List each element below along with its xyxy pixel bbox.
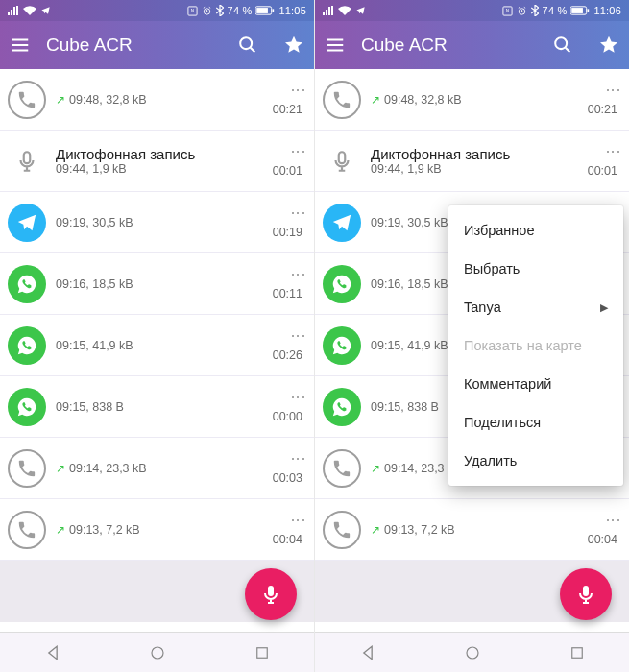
search-icon[interactable] [552, 35, 573, 56]
nav-back-icon[interactable] [43, 643, 62, 662]
list-item[interactable]: ↗09:48, 32,8 kB⋮00:21 [0, 69, 314, 131]
context-menu-item[interactable]: Удалить [448, 442, 623, 480]
item-duration: 00:04 [588, 533, 617, 546]
star-icon[interactable] [598, 35, 619, 56]
list-item[interactable]: 09:15, 838 B⋮00:00 [0, 376, 314, 438]
svg-rect-5 [273, 9, 275, 12]
system-nav-bar [0, 632, 314, 672]
item-duration: 00:26 [273, 348, 302, 362]
nav-home-icon[interactable] [149, 644, 166, 661]
alarm-icon [202, 6, 212, 16]
star-icon[interactable] [283, 35, 304, 56]
more-icon[interactable]: ⋮ [293, 205, 302, 220]
phone-icon [8, 449, 46, 488]
list-item[interactable]: ↗09:48, 32,8 kB⋮00:21 [315, 69, 629, 131]
svg-point-20 [467, 647, 478, 659]
context-menu-item[interactable]: Избранное [448, 211, 623, 250]
menu-icon[interactable] [10, 35, 31, 56]
item-meta: ↗09:48, 32,8 kB [371, 93, 588, 107]
more-icon[interactable]: ⋮ [293, 513, 302, 527]
item-duration: 00:01 [588, 164, 617, 178]
item-meta: ↗09:13, 7,2 kB [56, 523, 273, 537]
app-title: Cube ACR [361, 35, 537, 56]
mic-icon [323, 142, 361, 180]
context-menu-item[interactable]: Поделиться [448, 403, 623, 442]
telegram-status-icon [355, 6, 366, 15]
nav-recent-icon[interactable] [569, 644, 586, 661]
list-item[interactable]: 09:15, 41,9 kB⋮00:26 [0, 315, 314, 376]
clock-text: 11:05 [278, 5, 306, 16]
outgoing-arrow-icon: ↗ [56, 523, 65, 537]
more-icon[interactable]: ⋮ [293, 328, 302, 343]
item-meta: 09:44, 1,9 kB [56, 162, 273, 176]
phone-icon [323, 449, 361, 488]
item-title: Диктофонная запись [56, 146, 273, 162]
more-icon[interactable]: ⋮ [293, 83, 302, 97]
nfc-icon: N [502, 6, 513, 16]
svg-rect-10 [257, 647, 268, 658]
record-fab[interactable] [560, 568, 612, 620]
mic-icon [8, 142, 46, 180]
more-icon[interactable]: ⋮ [293, 267, 302, 281]
bluetooth-icon [216, 5, 224, 16]
nav-recent-icon[interactable] [254, 644, 271, 661]
item-meta: 09:44, 1,9 kB [371, 162, 588, 176]
list-item[interactable]: ↗09:13, 7,2 kB⋮00:04 [0, 499, 314, 561]
whatsapp-icon [8, 388, 46, 426]
outgoing-arrow-icon: ↗ [56, 93, 65, 107]
search-icon[interactable] [237, 35, 258, 56]
more-icon[interactable]: ⋮ [293, 390, 302, 404]
list-item[interactable]: 09:19, 30,5 kB⋮00:19 [0, 192, 314, 253]
context-menu-item[interactable]: Tanya▶ [448, 288, 623, 326]
more-icon[interactable]: ⋮ [608, 144, 617, 158]
whatsapp-icon [8, 265, 46, 303]
list-item[interactable]: Диктофонная запись09:44, 1,9 kB⋮00:01 [0, 131, 314, 192]
record-fab[interactable] [245, 568, 297, 620]
more-icon[interactable]: ⋮ [608, 513, 617, 527]
more-icon[interactable]: ⋮ [293, 451, 302, 466]
context-menu-item[interactable]: Выбрать [448, 250, 623, 288]
phone-icon [323, 81, 361, 119]
context-menu-item: Показать на карте [448, 326, 623, 365]
svg-rect-21 [572, 647, 583, 658]
item-duration: 00:03 [273, 471, 302, 485]
more-icon[interactable]: ⋮ [293, 144, 302, 158]
item-duration: 00:11 [273, 287, 302, 300]
item-meta: ↗09:48, 32,8 kB [56, 93, 273, 107]
list-item[interactable]: Диктофонная запись09:44, 1,9 kB⋮00:01 [315, 131, 629, 192]
telegram-icon [323, 204, 361, 242]
alarm-icon [517, 6, 527, 16]
signal-icon [323, 6, 334, 15]
item-meta: 09:16, 18,5 kB [56, 277, 273, 291]
recording-list-left[interactable]: ↗09:48, 32,8 kB⋮00:21Диктофонная запись0… [0, 69, 314, 632]
whatsapp-icon [323, 388, 361, 426]
item-meta: ↗09:13, 7,2 kB [371, 523, 588, 537]
svg-rect-4 [257, 8, 269, 13]
list-item[interactable]: 09:16, 18,5 kB⋮00:11 [0, 253, 314, 315]
list-item[interactable]: ↗09:13, 7,2 kB⋮00:04 [315, 499, 629, 561]
app-bar: Cube ACR [315, 21, 629, 69]
nav-back-icon[interactable] [358, 643, 377, 662]
item-title: Диктофонная запись [371, 146, 588, 162]
status-bar: N 74 % 11:05 [0, 0, 314, 21]
bluetooth-icon [531, 5, 539, 16]
more-icon[interactable]: ⋮ [608, 83, 617, 97]
outgoing-arrow-icon: ↗ [371, 523, 380, 537]
item-duration: 00:21 [273, 103, 302, 116]
signal-icon [8, 6, 19, 15]
item-meta: 09:19, 30,5 kB [56, 216, 273, 229]
item-duration: 00:04 [273, 533, 302, 546]
item-duration: 00:01 [273, 164, 302, 178]
menu-icon[interactable] [325, 35, 346, 56]
svg-rect-15 [572, 8, 584, 13]
svg-rect-18 [339, 152, 346, 163]
list-item[interactable]: ↗09:14, 23,3 kB⋮00:03 [0, 438, 314, 499]
nav-home-icon[interactable] [464, 644, 481, 661]
phone-icon [8, 81, 46, 119]
svg-rect-16 [588, 9, 590, 12]
context-menu-item[interactable]: Комментарий [448, 365, 623, 403]
status-bar: N 74 % 11:06 [315, 0, 629, 21]
outgoing-arrow-icon: ↗ [371, 462, 380, 475]
wifi-icon [23, 6, 36, 15]
telegram-status-icon [40, 6, 51, 15]
